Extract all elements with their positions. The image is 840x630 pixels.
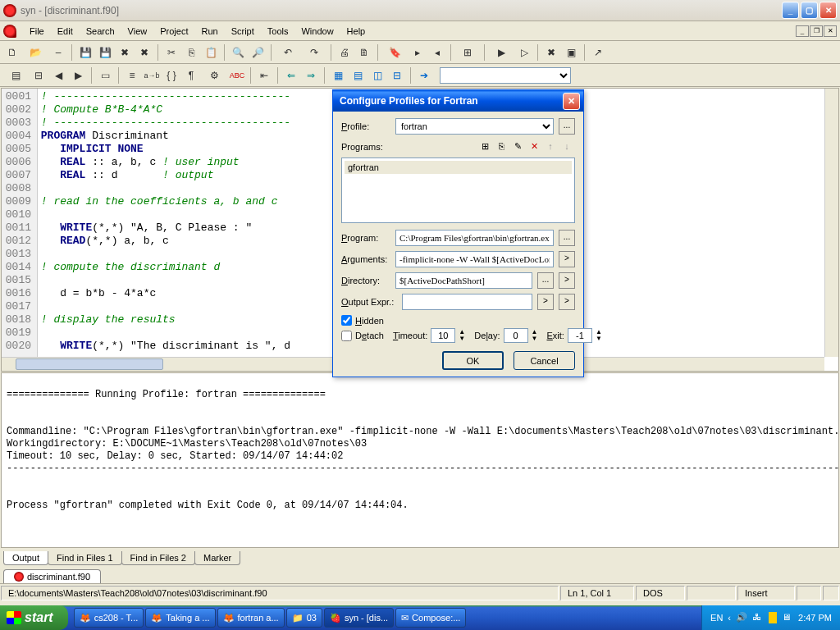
program-item[interactable]: gfortran [345,161,572,174]
spell-icon[interactable]: ABC [228,66,246,84]
delete-program-icon[interactable]: ✕ [527,139,541,154]
outputexpr-input[interactable] [402,294,532,310]
edit-program-icon[interactable]: ✎ [510,139,525,154]
tray-icon[interactable]: 🖧 [752,612,764,623]
menu-run[interactable]: Run [194,24,224,39]
dialog-titlebar[interactable]: Configure Profiles for Fortran ✕ [333,90,583,112]
exit-input[interactable] [568,328,592,343]
bookmark-icon[interactable]: 🔖 [382,43,407,62]
tab-findfiles2[interactable]: Find in Files 2 [121,551,195,565]
dash-icon[interactable]: – [49,43,67,62]
find-next-icon[interactable]: 🔎 [249,43,267,62]
marker-icon[interactable]: ▭ [96,66,114,84]
indent2-icon[interactable]: ⇒ [302,66,320,84]
menu-view[interactable]: View [121,24,154,39]
hidden-checkbox[interactable] [341,315,352,326]
navprev-icon[interactable]: ◀ [49,66,67,84]
pilcrow-icon[interactable]: ¶ [182,66,200,84]
arrow-icon[interactable]: ↗ [589,43,607,62]
outexpr-btn2[interactable]: > [559,294,575,310]
clock[interactable]: 2:47 PM [798,613,832,623]
step-icon[interactable]: ▣ [562,43,580,62]
close-button[interactable]: ✕ [819,2,837,19]
goto-icon[interactable]: ➔ [415,66,433,84]
outdent-icon[interactable]: ⇐ [282,66,300,84]
mdi-close-button[interactable]: ✕ [824,25,837,37]
directory-input[interactable] [395,272,532,289]
taskbar-item[interactable]: 📁 03 [286,608,322,628]
menu-help[interactable]: Help [340,24,372,39]
maximize-button[interactable]: ▢ [801,2,818,19]
copy-program-icon[interactable]: ⎘ [494,139,509,154]
tree-icon[interactable]: ⊞ [455,43,480,62]
window1-icon[interactable]: ▦ [329,66,347,84]
print-icon[interactable]: 🖨 [336,43,354,62]
program-browse-button[interactable]: ... [559,230,575,246]
programs-list[interactable]: gfortran [341,158,575,223]
bookmark-next-icon[interactable]: ▸ [409,43,427,62]
combo-selector[interactable] [440,67,571,84]
menu-tools[interactable]: Tools [261,24,295,39]
copy-icon[interactable]: ⎘ [182,43,200,62]
tab-output[interactable]: Output [3,551,48,565]
tab-findfiles1[interactable]: Find in Files 1 [48,551,121,565]
run-icon[interactable]: ▶ [489,43,514,62]
file-tab[interactable]: discriminant.f90 [3,569,101,583]
system-tray[interactable]: EN ‹ 🔊 🖧 🖥 2:47 PM [701,605,840,630]
output-pane[interactable]: ============== Running Profile: fortran … [1,372,839,548]
list-icon[interactable]: ≡ [123,66,141,84]
save-icon[interactable]: 💾 [76,43,94,62]
arguments-more-button[interactable]: > [559,251,575,267]
tray-icon[interactable] [769,612,777,623]
save-all-icon[interactable]: 💾 [96,43,114,62]
window2-icon[interactable]: ▤ [349,66,367,84]
timeout-input[interactable] [431,328,455,343]
delay-input[interactable] [504,328,528,343]
close-all-icon[interactable]: ✖ [135,43,153,62]
taskbar-item[interactable]: 🦊 Taking a ... [145,608,215,628]
mdi-restore-button[interactable]: ❐ [810,25,823,37]
run2-icon[interactable]: ▷ [515,43,533,62]
menu-file[interactable]: File [23,24,51,39]
stop-icon[interactable]: ✖ [542,43,560,62]
config-icon[interactable]: ▤ [3,66,28,84]
split-icon[interactable]: ◫ [368,66,386,84]
undo-icon[interactable]: ↶ [276,43,300,62]
taskbar-item[interactable]: 🦊 fortran a... [217,608,285,628]
tray-icon[interactable]: 🖥 [782,612,793,623]
language-indicator[interactable]: EN [710,613,723,623]
ok-button[interactable]: OK [442,351,504,370]
directory-more-button[interactable]: > [559,272,575,289]
taskbar-item[interactable]: 🦊 cs208 - T... [74,608,144,628]
navnext-icon[interactable]: ▶ [69,66,87,84]
tree2-icon[interactable]: ⊟ [30,66,48,84]
program-input[interactable] [395,230,554,246]
split2-icon[interactable]: ⊟ [388,66,406,84]
redo-icon[interactable]: ↷ [302,43,326,62]
close-file-icon[interactable]: ✖ [116,43,134,62]
detach-checkbox[interactable] [341,331,352,341]
menu-script[interactable]: Script [225,24,261,39]
menu-search[interactable]: Search [80,24,121,39]
outexpr-btn1[interactable]: > [537,294,554,310]
start-button[interactable]: start [0,605,68,630]
menu-edit[interactable]: Edit [51,24,80,39]
mdi-minimize-button[interactable]: _ [796,25,809,37]
profile-browse-button[interactable]: ... [559,118,575,135]
tab-marker[interactable]: Marker [194,551,240,565]
taskbar-item-active[interactable]: 🍓 syn - [dis... [324,608,394,628]
preview-icon[interactable]: 🗎 [355,43,373,62]
text-icon[interactable]: a→b [143,66,161,84]
tools-icon[interactable]: ⚙ [202,66,226,84]
directory-browse-button[interactable]: ... [537,272,554,289]
menu-project[interactable]: Project [153,24,194,39]
tray-icon[interactable]: 🔊 [736,612,747,623]
brace-icon[interactable]: { } [162,66,180,84]
profile-select[interactable]: fortran [395,118,554,135]
cut-icon[interactable]: ✂ [162,43,180,62]
bookmark-prev-icon[interactable]: ◂ [428,43,446,62]
new-icon[interactable]: 🗋 [3,43,21,62]
indent-icon[interactable]: ⇤ [255,66,273,84]
taskbar-item[interactable]: ✉ Compose:... [395,608,466,628]
paste-icon[interactable]: 📋 [202,43,220,62]
